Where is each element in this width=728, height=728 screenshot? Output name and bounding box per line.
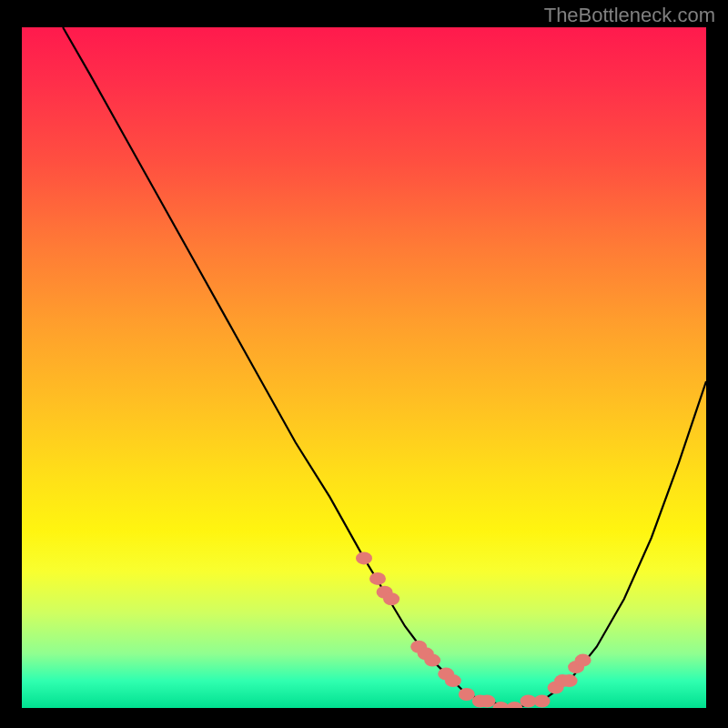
highlight-marker [459, 688, 475, 701]
chart-container: TheBottleneck.com [0, 0, 728, 728]
highlight-marker [575, 654, 592, 667]
highlight-marker [369, 572, 386, 585]
bottleneck-curve-line [63, 27, 706, 708]
highlight-marker [424, 654, 440, 667]
highlight-marker [445, 674, 461, 687]
watermark-text: TheBottleneck.com [544, 4, 715, 27]
highlight-marker [479, 695, 495, 708]
highlight-marker [506, 702, 522, 708]
highlight-marker [383, 592, 399, 605]
highlight-markers [356, 551, 592, 708]
highlight-marker [534, 695, 551, 708]
highlight-marker [561, 674, 578, 687]
chart-svg [22, 27, 706, 708]
plot-area [22, 27, 706, 708]
highlight-marker [356, 551, 372, 564]
